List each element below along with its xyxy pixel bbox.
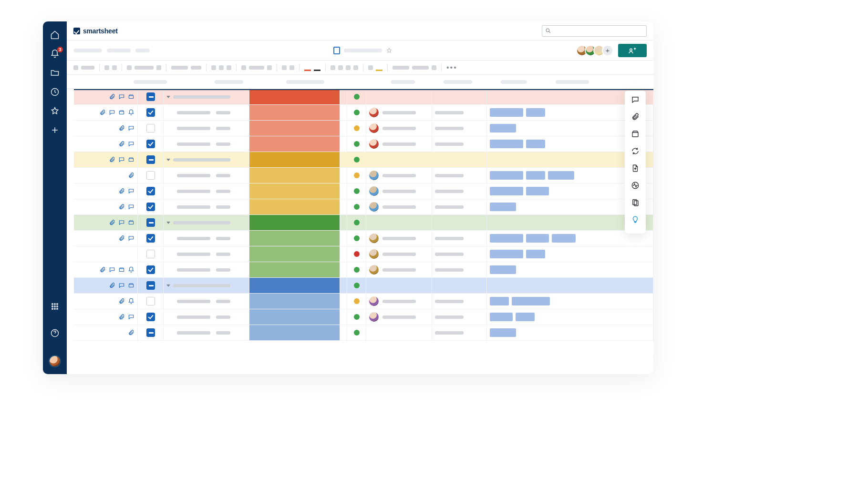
tag[interactable] — [490, 250, 523, 258]
search-input[interactable] — [542, 25, 647, 37]
assignee-avatar[interactable] — [369, 312, 379, 322]
table-row[interactable] — [74, 309, 653, 325]
tag[interactable] — [490, 171, 523, 180]
table-row[interactable] — [74, 262, 653, 278]
proof-icon[interactable] — [118, 266, 125, 273]
comment-icon[interactable] — [128, 188, 134, 194]
proof-icon[interactable] — [128, 156, 134, 163]
tag[interactable] — [490, 124, 516, 132]
assignee-avatar[interactable] — [369, 249, 379, 259]
notifications-icon[interactable]: 3 — [50, 49, 60, 59]
tag[interactable] — [526, 250, 545, 258]
comment-icon[interactable] — [118, 93, 125, 100]
table-row[interactable] — [74, 89, 653, 105]
tag[interactable] — [490, 313, 513, 321]
tag[interactable] — [526, 108, 545, 117]
home-icon[interactable] — [50, 30, 60, 40]
apps-icon[interactable] — [50, 302, 60, 311]
add-collaborator-icon[interactable]: + — [602, 45, 613, 56]
tag[interactable] — [512, 297, 550, 305]
table-row[interactable] — [74, 278, 653, 294]
attach-icon[interactable] — [99, 266, 106, 273]
attach-icon[interactable] — [118, 203, 125, 210]
checkbox[interactable] — [146, 297, 155, 305]
checkbox[interactable] — [146, 328, 155, 337]
star-icon[interactable] — [386, 47, 393, 54]
expand-icon[interactable] — [166, 159, 170, 161]
comment-icon[interactable] — [118, 219, 125, 226]
assignee-avatar[interactable] — [369, 186, 379, 196]
table-row[interactable] — [74, 105, 653, 121]
attach-icon[interactable] — [118, 125, 125, 132]
proofs-icon[interactable] — [631, 130, 640, 138]
table-row[interactable] — [74, 199, 653, 215]
tag[interactable] — [490, 203, 516, 211]
table-row[interactable] — [74, 121, 653, 136]
expand-icon[interactable] — [166, 285, 170, 287]
update-requests-icon[interactable] — [631, 147, 640, 155]
checkbox[interactable] — [146, 218, 155, 227]
comment-icon[interactable] — [109, 266, 115, 273]
checkbox[interactable] — [146, 140, 155, 148]
proof-icon[interactable] — [128, 282, 134, 289]
expand-icon[interactable] — [166, 222, 170, 224]
attach-icon[interactable] — [118, 314, 125, 320]
proof-icon[interactable] — [128, 219, 134, 226]
publish-icon[interactable] — [631, 164, 640, 173]
tag[interactable] — [490, 297, 509, 305]
attach-icon[interactable] — [118, 235, 125, 242]
logo[interactable]: smartsheet — [73, 27, 118, 35]
tag[interactable] — [490, 140, 523, 148]
attachments-icon[interactable] — [631, 112, 640, 121]
attach-icon[interactable] — [118, 188, 125, 194]
tag[interactable] — [490, 234, 523, 243]
attach-icon[interactable] — [109, 93, 115, 100]
comment-icon[interactable] — [118, 282, 125, 289]
assignee-avatar[interactable] — [369, 123, 379, 133]
checkbox[interactable] — [146, 250, 155, 258]
checkbox[interactable] — [146, 281, 155, 290]
tag[interactable] — [490, 187, 523, 195]
assignee-avatar[interactable] — [369, 234, 379, 243]
table-row[interactable] — [74, 136, 653, 152]
tag[interactable] — [526, 187, 549, 195]
checkbox[interactable] — [146, 108, 155, 117]
tips-icon[interactable] — [631, 215, 640, 224]
comment-icon[interactable] — [109, 109, 115, 116]
bell-icon[interactable] — [128, 298, 134, 305]
user-avatar[interactable] — [49, 355, 61, 367]
checkbox[interactable] — [146, 313, 155, 321]
checkbox[interactable] — [146, 171, 155, 180]
bell-icon[interactable] — [128, 266, 134, 273]
assignee-avatar[interactable] — [369, 265, 379, 274]
checkbox[interactable] — [146, 92, 155, 101]
assignee-avatar[interactable] — [369, 171, 379, 180]
table-row[interactable] — [74, 168, 653, 183]
bell-icon[interactable] — [128, 109, 134, 116]
table-row[interactable] — [74, 215, 653, 231]
tag[interactable] — [516, 313, 535, 321]
recent-icon[interactable] — [50, 87, 60, 97]
collaborator-avatars[interactable]: + — [576, 45, 613, 56]
comment-icon[interactable] — [128, 314, 134, 320]
checkbox[interactable] — [146, 234, 155, 243]
table-row[interactable] — [74, 294, 653, 309]
tag[interactable] — [490, 265, 516, 274]
checkbox[interactable] — [146, 124, 155, 132]
summary-icon[interactable] — [631, 198, 640, 207]
assignee-avatar[interactable] — [369, 202, 379, 212]
tag[interactable] — [526, 234, 549, 243]
table-row[interactable] — [74, 152, 653, 168]
attach-icon[interactable] — [128, 172, 134, 179]
attach-icon[interactable] — [128, 329, 134, 336]
proof-icon[interactable] — [118, 109, 125, 116]
comment-icon[interactable] — [128, 125, 134, 132]
attach-icon[interactable] — [99, 109, 106, 116]
help-icon[interactable] — [50, 328, 60, 338]
tag[interactable] — [552, 234, 576, 243]
tag[interactable] — [490, 108, 523, 117]
proof-icon[interactable] — [128, 93, 134, 100]
favorites-icon[interactable] — [50, 106, 60, 116]
assignee-avatar[interactable] — [369, 139, 379, 149]
comment-icon[interactable] — [128, 203, 134, 210]
